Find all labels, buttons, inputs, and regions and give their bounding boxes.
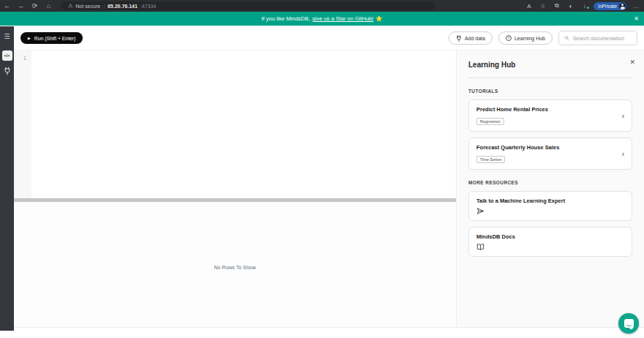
copilot-icon[interactable]: ◐ (564, 3, 577, 10)
favorites-icon[interactable]: ☆ (536, 3, 550, 10)
plug-icon (4, 67, 11, 75)
panel-content: Learning Hub TUTORIALS Predict Home Rent… (457, 50, 644, 257)
tutorial-card-predict-home-rental-prices[interactable]: Predict Home Rental Prices Regression › (468, 99, 632, 132)
learning-hub-panel: ✕ Learning Hub TUTORIALS Predict Home Re… (456, 50, 644, 327)
resource-card-talk-to-expert[interactable]: Talk to a Machine Learning Expert (468, 191, 632, 221)
card-badge: Time Series (476, 156, 505, 163)
split-screen-icon[interactable]: ⧉ (550, 2, 564, 10)
inprivate-label: InPrivate (598, 4, 617, 9)
toolbar: ▶ Run (Shift + Enter) Add data ? Learnin… (14, 26, 644, 50)
chat-widget-button[interactable] (618, 313, 639, 334)
github-star-link[interactable]: give us a Star on GitHub! (312, 15, 374, 22)
open-book-icon (476, 243, 484, 251)
card-title: Talk to a Machine Learning Expert (476, 198, 624, 204)
resource-card-mindsdb-docs[interactable]: MindsDB Docs (468, 227, 632, 257)
hamburger-menu-icon[interactable]: ☰ (0, 33, 14, 40)
warning-icon: ⚠ (68, 3, 72, 9)
line-number: 1 (23, 55, 26, 61)
add-data-label: Add data (465, 36, 485, 41)
browser-actions: A ☆ ⧉ ◐ ↓ InPrivate … (522, 0, 643, 12)
profile-avatar (619, 3, 626, 10)
plug-icon (456, 35, 462, 42)
url-port: :47334 (141, 4, 156, 9)
run-button-label: Run (Shift + Enter) (34, 36, 75, 41)
card-title: Predict Home Rental Prices (476, 106, 624, 113)
browser-chrome: ← → ⟳ ⌂ ⚠ Not secure | 65.20.76.141 :473… (0, 0, 644, 12)
security-label: Not secure (75, 4, 100, 9)
toolbar-right: Add data ? Learning Hub (449, 31, 637, 45)
read-aloud-icon[interactable]: A (522, 3, 536, 10)
editor-gutter: 1 (14, 50, 31, 198)
add-data-button[interactable]: Add data (449, 31, 493, 45)
panel-close-icon[interactable]: ✕ (629, 59, 635, 66)
downloads-icon[interactable]: ↓ (577, 3, 591, 10)
card-title: Forecast Quarterly House Sales (476, 144, 624, 151)
card-title: MindsDB Docs (476, 233, 624, 240)
search-input[interactable] (573, 36, 632, 41)
chevron-right-icon: › (622, 150, 624, 158)
sidebar-item-editor[interactable]: </> (2, 50, 12, 61)
search-box[interactable] (558, 31, 637, 45)
card-badge: Regression (476, 118, 504, 125)
screen: ← → ⟳ ⌂ ⚠ Not secure | 65.20.76.141 :473… (0, 0, 644, 338)
play-icon: ▶ (28, 36, 31, 40)
panel-divider (468, 78, 632, 78)
learning-hub-button[interactable]: ? Learning Hub (498, 31, 553, 45)
search-icon (564, 35, 569, 41)
home-icon[interactable]: ⌂ (42, 0, 56, 12)
sidebar: ☰ </> (0, 26, 14, 331)
sidebar-item-add-data[interactable] (4, 67, 11, 75)
back-icon[interactable]: ← (0, 0, 14, 12)
banner-text: If you like MindsDB, (261, 15, 310, 22)
tutorials-heading: TUTORIALS (468, 89, 632, 94)
sql-editor[interactable]: 1 (14, 50, 456, 198)
address-bar[interactable]: ⚠ Not secure | 65.20.76.141 :47334 (61, 1, 435, 10)
forward-icon[interactable]: → (14, 0, 28, 12)
banner-close-icon[interactable]: ✕ (634, 12, 639, 26)
refresh-icon[interactable]: ⟳ (28, 0, 42, 12)
run-button[interactable]: ▶ Run (Shift + Enter) (20, 32, 83, 44)
browser-menu-icon[interactable]: … (629, 3, 643, 10)
rocket-icon (476, 207, 484, 215)
chevron-right-icon: › (622, 112, 624, 120)
tutorial-card-forecast-quarterly-house-sales[interactable]: Forecast Quarterly House Sales Time Seri… (468, 138, 632, 170)
empty-rows-message: No Rows To Show (14, 265, 456, 270)
github-star-banner: If you like MindsDB, give us a Star on G… (0, 12, 644, 26)
learning-hub-label: Learning Hub (514, 36, 545, 41)
panel-title: Learning Hub (468, 61, 632, 69)
chat-bubble-icon (624, 319, 634, 328)
inprivate-badge[interactable]: InPrivate (594, 2, 626, 10)
question-circle-icon: ? (506, 35, 512, 41)
star-emoji-icon: ⭐ (375, 15, 382, 22)
more-resources-heading: MORE RESOURCES (468, 180, 632, 185)
footer-strip (14, 327, 644, 338)
url-host: 65.20.76.141 (108, 4, 138, 9)
address-separator: | (103, 4, 105, 9)
results-grid: No Rows To Show (14, 202, 456, 327)
